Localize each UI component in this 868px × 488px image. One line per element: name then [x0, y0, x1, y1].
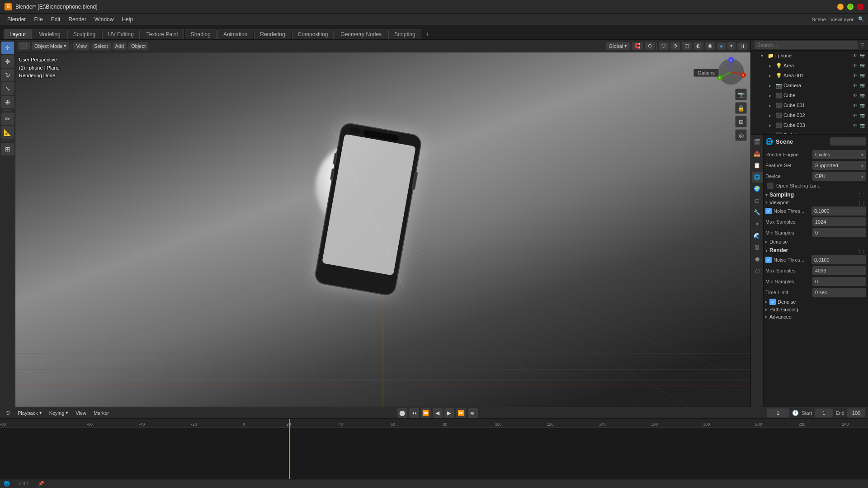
min-samples-render-field[interactable]: 0 — [812, 277, 866, 286]
feature-set-dropdown[interactable]: Supported — [812, 161, 866, 170]
min-samples-viewport-field[interactable]: 0 — [812, 228, 866, 237]
render-icon[interactable]: 📷 — [859, 73, 866, 79]
modifier-props-icon[interactable]: 🔧 — [752, 207, 763, 218]
viewport-gizmo[interactable]: Z X Y — [715, 56, 747, 88]
sampling-section-header[interactable]: ▾ Sampling ⋮⋮ — [765, 192, 866, 198]
view-menu-timeline[interactable]: View — [73, 409, 89, 417]
transform-tool[interactable]: ⊕ — [1, 96, 14, 108]
render-engine-dropdown[interactable]: Cycles — [812, 150, 866, 159]
snap-selector[interactable]: 🧲 — [632, 42, 643, 50]
overlay-toggle[interactable]: ⬡ — [659, 42, 669, 50]
play-reverse[interactable]: ◀ — [433, 408, 443, 418]
view-layer-props-icon[interactable]: 📋 — [752, 160, 763, 171]
add-menu[interactable]: Add — [113, 42, 127, 50]
tab-sculpting[interactable]: Sculpting — [67, 29, 101, 39]
render-icon[interactable]: 📷 — [859, 63, 866, 69]
keyframe-toggle[interactable]: ⬤ — [397, 408, 407, 418]
shading-options[interactable]: ▾ — [727, 42, 736, 50]
marker-menu[interactable]: Marker — [91, 409, 112, 417]
viewport-shading-solid[interactable]: ◐ — [693, 42, 703, 50]
mode-selector[interactable]: Object Mode ▾ — [32, 42, 69, 50]
denoise-render-header[interactable]: ▸ ✓ Denoise — [765, 299, 866, 305]
physics-props-icon[interactable]: 🌊 — [752, 230, 763, 241]
menu-render[interactable]: Render — [65, 15, 90, 23]
sampling-options[interactable]: ⋮⋮ — [857, 192, 866, 197]
outliner-filter-icon[interactable]: ▽ — [860, 42, 864, 48]
transform-global-selector[interactable]: Global ▾ — [606, 42, 630, 50]
visibility-icon[interactable]: 👁 — [852, 53, 858, 59]
add-tool[interactable]: ⊞ — [1, 143, 14, 155]
viewport-shading-material[interactable]: ◉ — [705, 42, 715, 50]
expand-icon[interactable]: ▸ — [769, 123, 774, 128]
expand-icon[interactable]: ▸ — [769, 83, 774, 88]
render-section-options[interactable]: ⋮⋮ — [857, 248, 866, 253]
tab-shading[interactable]: Shading — [185, 29, 217, 39]
move-tool[interactable]: ✥ — [1, 55, 14, 68]
visibility-icon[interactable]: 👁 — [852, 113, 858, 118]
expand-icon[interactable]: ▸ — [769, 133, 774, 135]
annotate-tool[interactable]: ✏ — [1, 113, 14, 125]
viewport-3d[interactable]: User Perspective (1) i phone | Plane Ren… — [15, 52, 750, 407]
visibility-icon[interactable]: 👁 — [852, 122, 858, 128]
max-samples-viewport-field[interactable]: 1024 — [812, 217, 866, 226]
rotate-tool[interactable]: ↻ — [1, 69, 14, 81]
max-samples-render-field[interactable]: 4096 — [812, 266, 866, 275]
noise-thresh-render-checkbox[interactable]: ✓ — [765, 257, 772, 263]
end-frame-input[interactable] — [847, 408, 865, 418]
outliner-item-collection[interactable]: ▾ 📁 i phone 👁 📷 — [751, 51, 868, 61]
render-icon[interactable]: 📷 — [859, 113, 866, 118]
particles-props-icon[interactable]: ✦ — [752, 219, 763, 230]
cursor-tool[interactable]: ✛ — [1, 42, 14, 54]
editor-type-selector[interactable]: ⬛ — [18, 42, 30, 50]
status-scene-icon[interactable]: 🌐 — [4, 481, 10, 487]
object-props-icon[interactable]: ◻ — [752, 195, 763, 206]
tab-geometry-nodes[interactable]: Geometry Nodes — [335, 29, 387, 39]
outliner-item-camera[interactable]: ▸ 📷 Camera 👁 📷 — [751, 80, 868, 90]
time-limit-field[interactable]: 0 sec — [812, 288, 866, 297]
expand-icon[interactable]: ▾ — [761, 53, 766, 58]
noise-thresh-viewport-checkbox[interactable]: ✓ — [765, 208, 772, 214]
outliner-item-cube[interactable]: ▸ ⬛ Cube 👁 📷 — [751, 90, 868, 100]
open-shading-checkbox[interactable] — [767, 183, 774, 189]
advanced-header[interactable]: ▸ Advanced — [765, 314, 866, 319]
material-props-icon[interactable]: ⬡ — [752, 266, 763, 277]
tab-texture-paint[interactable]: Texture Paint — [141, 29, 184, 39]
viewport-sub-options[interactable]: ⋮⋮ — [857, 200, 866, 205]
outliner-search[interactable] — [755, 41, 858, 49]
render-icon[interactable]: 📷 — [859, 132, 866, 135]
denoise-viewport-header[interactable]: ▸ Denoise — [765, 239, 866, 244]
prop-search[interactable] — [830, 137, 866, 145]
keying-menu[interactable]: Keying ▾ — [47, 409, 71, 417]
menu-file[interactable]: File — [30, 15, 46, 23]
viewport-subsection-header[interactable]: ▾ Viewport ⋮⋮ — [765, 200, 866, 205]
render-props-icon[interactable]: 🎬 — [752, 136, 763, 147]
step-back[interactable]: ⏪ — [421, 408, 431, 418]
visibility-icon[interactable]: 👁 — [852, 63, 858, 69]
step-forward[interactable]: ⏩ — [456, 408, 466, 418]
path-guiding-header[interactable]: ▸ Path Guiding — [765, 307, 866, 312]
tab-rendering[interactable]: Rendering — [254, 29, 291, 39]
playhead[interactable]: 1 — [289, 419, 290, 479]
menu-help[interactable]: Help — [118, 15, 137, 23]
render-section-header[interactable]: ▾ Render ⋮⋮ — [765, 247, 866, 253]
view-lock-button[interactable]: 🔒 — [735, 102, 747, 114]
tab-modeling[interactable]: Modeling — [33, 29, 66, 39]
timeline-content[interactable]: -80 -60 -40 -20 0 20 40 60 80 100 120 14… — [0, 419, 868, 479]
menu-window[interactable]: Window — [91, 15, 118, 23]
playback-menu[interactable]: Playback ▾ — [15, 409, 45, 417]
world-props-icon[interactable]: 🌍 — [752, 183, 763, 194]
tab-scripting[interactable]: Scripting — [388, 29, 421, 39]
expand-icon[interactable]: ▸ — [769, 103, 774, 108]
expand-icon[interactable]: ▸ — [769, 93, 774, 98]
data-props-icon[interactable]: ⬟ — [752, 254, 763, 265]
view-menu[interactable]: View — [73, 42, 90, 50]
jump-to-start[interactable]: ⏮ — [409, 408, 419, 418]
play-button[interactable]: ▶ — [444, 408, 454, 418]
device-dropdown[interactable]: CPU — [812, 172, 866, 181]
render-icon[interactable]: 📷 — [859, 122, 866, 128]
current-frame-input[interactable] — [767, 408, 789, 418]
visibility-icon[interactable]: 👁 — [852, 93, 858, 99]
tab-uv-editing[interactable]: UV Editing — [102, 29, 140, 39]
start-frame-input[interactable] — [815, 408, 833, 418]
outliner-item-area001[interactable]: ▸ 💡 Area.001 👁 📷 — [751, 70, 868, 80]
